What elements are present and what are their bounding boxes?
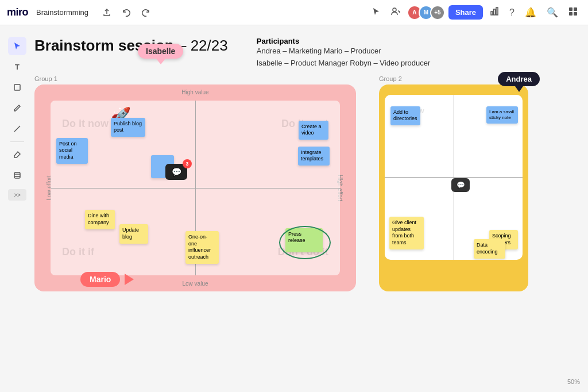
sticky-add-directories[interactable]: Add to directories xyxy=(390,106,420,125)
svg-point-0 xyxy=(393,8,396,11)
group2-inner: Do it now Do it if Add to directories I … xyxy=(385,95,523,260)
pencil-tool[interactable] xyxy=(8,99,26,117)
redo-button[interactable] xyxy=(138,6,154,20)
search-button[interactable]: 🔍 xyxy=(543,5,562,20)
participants-section: Participants Andrea – Marketing Mario – … xyxy=(257,37,431,70)
brainstorm-header: Brainstorm session – 22/23 Participants … xyxy=(34,37,582,70)
collaborators-button[interactable] xyxy=(388,5,404,21)
svg-rect-3 xyxy=(496,7,498,15)
sticky-social-media[interactable]: Post on social media xyxy=(56,138,88,164)
participants-line2: Isabelle – Product Manager Robyn – Video… xyxy=(257,57,431,70)
share-button[interactable]: Share xyxy=(448,5,483,20)
avatar-extra: +5 xyxy=(430,5,445,20)
svg-line-9 xyxy=(14,126,20,132)
topbar: miro Brainstormming xyxy=(0,0,588,25)
sticky-create-video[interactable]: Create a video xyxy=(299,121,328,140)
q-do-it-now: Do it now xyxy=(62,118,109,130)
brainstorm-title: Brainstorm session – 22/23 xyxy=(34,37,228,55)
zoom-level: 50% xyxy=(567,378,580,385)
svg-rect-7 xyxy=(574,12,577,16)
miro-logo: miro xyxy=(7,6,28,18)
board-name[interactable]: Brainstormming xyxy=(36,8,88,17)
frame-tool[interactable] xyxy=(8,166,26,185)
bell-button[interactable]: 🔔 xyxy=(521,5,540,20)
press-release-oval xyxy=(279,226,331,259)
svg-rect-5 xyxy=(574,7,577,11)
group2-container: Group 2 Andrea xyxy=(379,75,540,291)
left-toolbar: T >> xyxy=(8,37,26,201)
sticky-tool[interactable] xyxy=(8,78,26,97)
canvas-content: Brainstorm session – 22/23 Participants … xyxy=(34,37,582,386)
sticky-small-note[interactable]: I am a small sticky note xyxy=(486,106,518,124)
sticky-client-updates[interactable]: Give client updates from both teams xyxy=(389,217,424,249)
svg-rect-8 xyxy=(14,84,20,90)
group1-matrix[interactable]: High value Low value Low effort High eff… xyxy=(34,84,356,291)
isabelle-cursor: Isabelle xyxy=(138,44,183,64)
group2-matrix[interactable]: Do it now Do it if Add to directories I … xyxy=(379,84,528,291)
top-actions xyxy=(99,6,154,20)
chat-icon-container[interactable]: 💬 3 xyxy=(165,164,187,180)
sticky-dine[interactable]: Dine with company xyxy=(85,210,115,229)
chat-badge: 3 xyxy=(183,159,192,168)
export-button[interactable] xyxy=(99,6,115,20)
right-actions: A M +5 Share ? 🔔 🔍 xyxy=(368,5,581,21)
svg-rect-10 xyxy=(14,172,20,178)
axis-low-value: Low value xyxy=(182,280,208,287)
avatar-group: A M +5 xyxy=(407,5,445,20)
group2-chat-icon[interactable]: 💬 xyxy=(451,178,470,192)
matrix-inner-area: Do it now Do it next Do it if Don't do i… xyxy=(51,101,340,275)
svg-rect-1 xyxy=(491,11,493,15)
eraser-tool[interactable] xyxy=(8,145,26,164)
stats-button[interactable] xyxy=(486,5,502,21)
sticky-update-blog[interactable]: Update blog xyxy=(119,224,148,243)
axis-high-value: High value xyxy=(181,89,208,95)
help-button[interactable]: ? xyxy=(506,5,518,20)
participants-line1: Andrea – Marketing Mario – Producer xyxy=(257,45,431,57)
q-do-it-if: Do it if xyxy=(62,246,94,258)
sticky-integrate[interactable]: Integrate templates xyxy=(298,147,330,166)
svg-rect-6 xyxy=(569,12,572,16)
cursor-tool-button[interactable] xyxy=(368,5,384,21)
svg-rect-4 xyxy=(569,7,572,11)
apps-button[interactable] xyxy=(565,5,581,21)
andrea-cursor: Andrea xyxy=(498,72,540,92)
group1-container: Group 1 Isabelle High value Low value Lo… xyxy=(34,75,368,291)
canvas[interactable]: Brainstorm session – 22/23 Participants … xyxy=(0,25,588,392)
groups-row: Group 1 Isabelle High value Low value Lo… xyxy=(34,75,582,291)
sticky-publish-blog[interactable]: Publish blog post xyxy=(111,118,145,137)
text-tool[interactable]: T xyxy=(8,57,26,76)
expand-toolbar-button[interactable]: >> xyxy=(8,189,26,201)
svg-rect-2 xyxy=(494,9,496,15)
line-tool[interactable] xyxy=(8,120,26,138)
sticky-influencer[interactable]: One-on-one influencer outreach xyxy=(185,231,219,264)
undo-button[interactable] xyxy=(118,6,134,20)
sticky-data-encoding[interactable]: Data encoding xyxy=(474,239,505,258)
group1-label: Group 1 xyxy=(34,75,368,82)
mario-cursor: Mario xyxy=(80,272,134,287)
select-tool[interactable] xyxy=(8,37,26,55)
